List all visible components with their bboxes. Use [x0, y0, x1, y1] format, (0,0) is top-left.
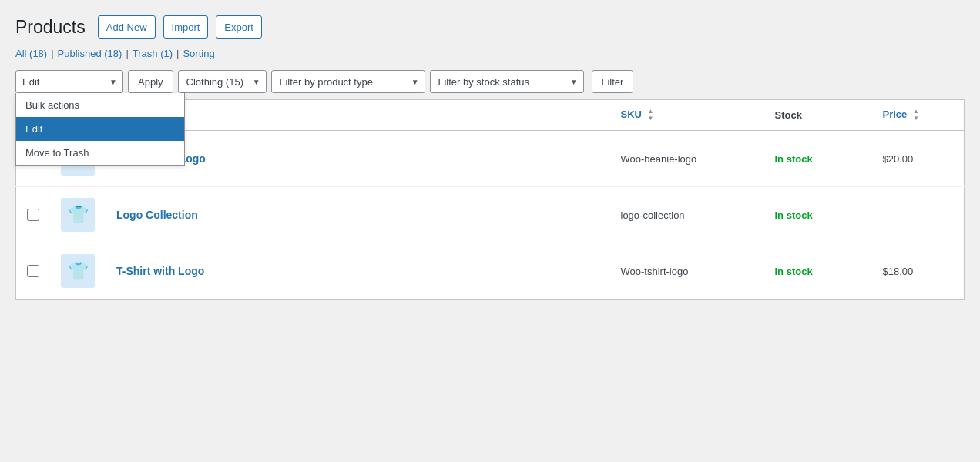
page-title: Products	[15, 17, 86, 38]
product-type-filter-wrap: Filter by product type ▼	[271, 70, 425, 93]
row-sku-cell: Woo-tshirt-logo	[610, 243, 764, 300]
row-stock-cell: In stock	[764, 187, 872, 243]
category-filter-wrap: Clothing (15) ▼	[178, 70, 267, 93]
product-name-link-1[interactable]: Logo Collection	[116, 209, 198, 221]
bulk-actions-dropdown: Bulk actions Edit Move to Trash	[15, 93, 185, 166]
row-price-cell: $18.00	[872, 243, 965, 300]
row-stock-cell: In stock	[764, 243, 872, 300]
row-checkbox-2[interactable]	[27, 265, 39, 277]
table-row: 👕 Logo Collection logo-collection In sto…	[16, 187, 965, 243]
row-sku-cell: Woo-beanie-logo	[610, 131, 764, 187]
apply-button[interactable]: Apply	[128, 70, 173, 93]
th-sku: SKU ▲ ▼	[610, 100, 764, 131]
import-button[interactable]: Import	[163, 15, 209, 38]
published-filter-item: Published (18)	[58, 48, 123, 59]
tablenav: Bulk actions Edit Move to Trash ▼ Bulk a…	[15, 70, 965, 93]
row-thumb-cell: 👕	[50, 243, 106, 300]
product-thumbnail-2: 👕	[61, 254, 95, 288]
row-checkbox-cell	[16, 243, 51, 300]
th-price-label: Price	[883, 109, 908, 120]
trash-filter-link[interactable]: Trash (1)	[133, 48, 173, 59]
bulk-option-trash[interactable]: Move to Trash	[16, 141, 184, 165]
product-type-filter-select[interactable]: Filter by product type	[271, 70, 425, 93]
sorting-filter-item: Sorting	[183, 48, 214, 59]
product-name-link-2[interactable]: T-Shirt with Logo	[116, 265, 204, 277]
row-price-cell: –	[872, 187, 965, 243]
filter-button[interactable]: Filter	[592, 70, 634, 93]
add-new-button[interactable]: Add New	[98, 15, 156, 38]
all-filter-item: All (18)	[15, 48, 47, 59]
row-stock-cell: In stock	[764, 131, 872, 187]
product-thumbnail-1: 👕	[61, 198, 95, 232]
published-filter-link[interactable]: Published (18)	[58, 48, 123, 59]
sorting-filter-link[interactable]: Sorting	[183, 48, 214, 59]
category-filter-select[interactable]: Clothing (15)	[178, 70, 267, 93]
th-stock: Stock	[764, 100, 872, 131]
bulk-option-edit[interactable]: Edit	[16, 117, 184, 141]
bulk-actions-wrap: Bulk actions Edit Move to Trash ▼ Bulk a…	[15, 70, 123, 93]
row-name-cell: T-Shirt with Logo	[106, 243, 610, 300]
row-thumb-cell: 👕	[50, 187, 106, 243]
table-row: 👕 T-Shirt with Logo Woo-tshirt-logo In s…	[16, 243, 965, 300]
row-checkbox-1[interactable]	[27, 209, 39, 221]
bulk-option-default[interactable]: Bulk actions	[16, 93, 184, 117]
subsubsub-nav: All (18) | Published (18) | Trash (1) | …	[15, 48, 965, 59]
bulk-actions-select[interactable]: Bulk actions Edit Move to Trash	[15, 70, 123, 93]
page-header: Products Add New Import Export	[15, 15, 965, 38]
stock-status-1: In stock	[775, 209, 813, 221]
row-price-cell: $20.00	[872, 131, 965, 187]
row-sku-cell: logo-collection	[610, 187, 764, 243]
th-sku-label: SKU	[621, 109, 642, 120]
export-button[interactable]: Export	[216, 15, 262, 38]
stock-status-0: In stock	[775, 153, 813, 165]
th-stock-label: Stock	[775, 109, 802, 121]
stock-status-2: In stock	[775, 266, 813, 277]
row-name-cell: Logo Collection	[106, 187, 610, 243]
th-price: Price ▲ ▼	[872, 100, 965, 131]
sku-sort-icon[interactable]: ▲ ▼	[648, 109, 654, 122]
stock-status-filter-wrap: Filter by stock status ▼	[430, 70, 584, 93]
all-filter-link[interactable]: All (18)	[15, 48, 47, 59]
page-wrap: Products Add New Import Export All (18) …	[0, 0, 980, 462]
row-checkbox-cell	[16, 187, 51, 243]
price-sort-icon[interactable]: ▲ ▼	[913, 109, 919, 122]
stock-status-filter-select[interactable]: Filter by stock status	[430, 70, 584, 93]
trash-filter-item: Trash (1)	[133, 48, 173, 59]
